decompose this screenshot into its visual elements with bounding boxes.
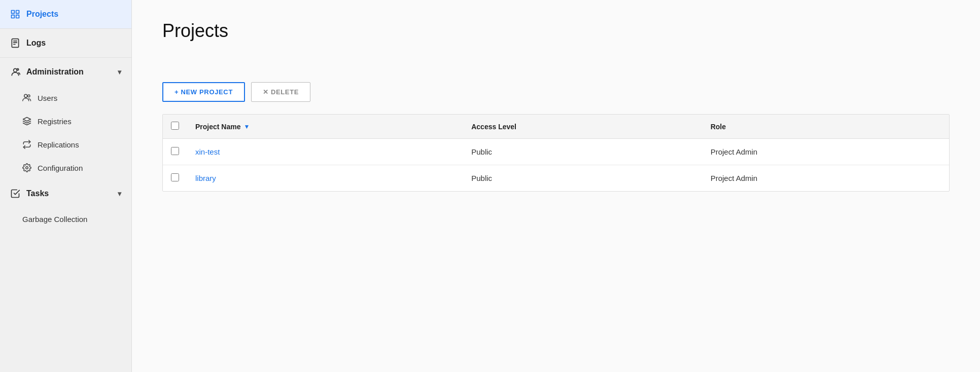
logs-icon bbox=[10, 38, 20, 48]
sidebar-item-registries-label: Registries bbox=[38, 117, 72, 126]
sidebar-item-replications[interactable]: Replications bbox=[0, 133, 131, 156]
registries-icon bbox=[22, 117, 31, 126]
sidebar-item-configuration[interactable]: Configuration bbox=[0, 156, 131, 179]
sidebar-item-users[interactable]: Users bbox=[0, 86, 131, 109]
toolbar: + NEW PROJECT ✕ DELETE bbox=[162, 82, 950, 102]
select-all-header bbox=[163, 115, 187, 139]
configuration-icon bbox=[22, 163, 31, 172]
sidebar-item-users-label: Users bbox=[38, 94, 57, 102]
row-select-cell bbox=[163, 139, 187, 165]
sidebar-item-registries[interactable]: Registries bbox=[0, 109, 131, 133]
access-level-cell: Public bbox=[463, 139, 702, 165]
svg-rect-0 bbox=[12, 11, 15, 14]
users-icon bbox=[22, 93, 31, 102]
tasks-chevron-icon: ▾ bbox=[118, 190, 121, 198]
sidebar-item-garbage-collection[interactable]: Garbage Collection bbox=[0, 208, 131, 231]
sidebar-item-tasks[interactable]: Tasks ▾ bbox=[0, 179, 131, 208]
row-checkbox-2[interactable] bbox=[171, 173, 179, 181]
sidebar-item-replications-label: Replications bbox=[38, 140, 79, 149]
sidebar-item-configuration-label: Configuration bbox=[38, 164, 83, 172]
svg-rect-3 bbox=[16, 15, 19, 18]
col-role: Role bbox=[703, 115, 949, 139]
filter-icon[interactable]: ▼ bbox=[243, 123, 250, 130]
select-all-checkbox[interactable] bbox=[171, 122, 179, 130]
main-content: Projects + NEW PROJECT ✕ DELETE Project … bbox=[132, 0, 980, 372]
svg-point-8 bbox=[14, 68, 17, 72]
svg-rect-1 bbox=[16, 11, 19, 14]
page-title: Projects bbox=[162, 20, 950, 42]
sidebar-item-tasks-label: Tasks bbox=[26, 189, 49, 198]
svg-point-11 bbox=[28, 95, 30, 97]
project-name-cell: library bbox=[187, 165, 463, 192]
table-row: xin-test Public Project Admin bbox=[163, 139, 949, 165]
project-link-xin-test[interactable]: xin-test bbox=[195, 147, 220, 156]
sidebar-item-projects-label: Projects bbox=[26, 10, 58, 19]
svg-rect-2 bbox=[12, 15, 15, 18]
tasks-icon bbox=[10, 189, 20, 199]
projects-table: Project Name ▼ Access Level Role xin-tes… bbox=[163, 115, 949, 191]
sidebar-item-administration[interactable]: Administration ▾ bbox=[0, 58, 131, 86]
sidebar-item-logs[interactable]: Logs bbox=[0, 29, 131, 58]
delete-button[interactable]: ✕ DELETE bbox=[251, 82, 310, 102]
role-cell: Project Admin bbox=[703, 139, 949, 165]
sidebar-item-projects[interactable]: Projects bbox=[0, 0, 131, 29]
sidebar: Projects Logs Administration ▾ Users bbox=[0, 0, 132, 372]
svg-point-12 bbox=[26, 167, 28, 169]
administration-chevron-icon: ▾ bbox=[118, 68, 121, 76]
delete-label: ✕ DELETE bbox=[263, 88, 299, 96]
projects-table-container: Project Name ▼ Access Level Role xin-tes… bbox=[162, 114, 950, 192]
replications-icon bbox=[22, 140, 31, 149]
access-level-cell: Public bbox=[463, 165, 702, 192]
row-checkbox-1[interactable] bbox=[171, 147, 179, 155]
project-name-cell: xin-test bbox=[187, 139, 463, 165]
table-header: Project Name ▼ Access Level Role bbox=[163, 115, 949, 139]
sidebar-item-garbage-collection-label: Garbage Collection bbox=[22, 215, 87, 224]
project-link-library[interactable]: library bbox=[195, 174, 216, 182]
svg-point-9 bbox=[17, 68, 18, 70]
administration-icon bbox=[10, 67, 20, 77]
role-cell: Project Admin bbox=[703, 165, 949, 192]
projects-icon bbox=[10, 9, 20, 19]
new-project-button[interactable]: + NEW PROJECT bbox=[162, 82, 245, 102]
col-access-level: Access Level bbox=[463, 115, 702, 139]
table-body: xin-test Public Project Admin library Pu… bbox=[163, 139, 949, 192]
sidebar-item-logs-label: Logs bbox=[26, 39, 46, 48]
svg-point-10 bbox=[24, 94, 27, 97]
row-select-cell bbox=[163, 165, 187, 192]
col-project-name: Project Name ▼ bbox=[187, 115, 463, 139]
sidebar-item-administration-label: Administration bbox=[26, 67, 84, 77]
table-row: library Public Project Admin bbox=[163, 165, 949, 192]
new-project-label: + NEW PROJECT bbox=[174, 88, 233, 96]
